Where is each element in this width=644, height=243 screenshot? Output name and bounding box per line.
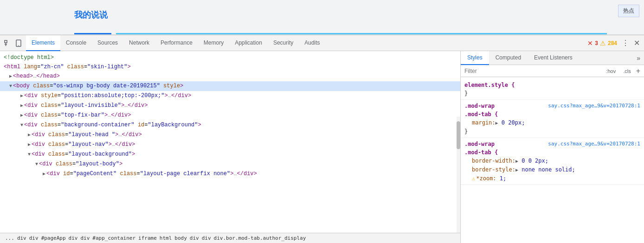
style-source-link[interactable]: say.css?max_age…9&v=20170728:1 xyxy=(548,102,640,110)
style-rule-modwrap1: .mod-wrap say.css?max_age…9&v=20170728:1… xyxy=(461,100,644,138)
dom-panel: <!doctype html> <html lang="zh-cn" class… xyxy=(0,51,461,243)
tab-computed[interactable]: Computed xyxy=(489,51,528,65)
style-prop-border-style: border-style:▶ none none solid; xyxy=(464,165,640,174)
tab-application[interactable]: Application xyxy=(229,35,268,51)
dom-line-doctype[interactable]: <!doctype html> xyxy=(0,53,460,62)
breadcrumb-item[interactable]: div xyxy=(200,235,213,241)
breadcrumb-item[interactable]: #app_container xyxy=(91,235,137,241)
styles-tabs-bar: Styles Computed Event Listeners » xyxy=(461,51,644,65)
dom-line-head[interactable]: ▶<head>…</head> xyxy=(0,72,460,81)
error-badge: ✕ 3 ⚠ 284 xyxy=(587,39,617,47)
dom-line-div2[interactable]: ▶<div class="layout-invisible">…</div> xyxy=(0,101,460,111)
warning-count: 284 xyxy=(608,40,617,46)
style-rule-modwrap2: .mod-wrap say.css?max_age…9&v=20170728:1… xyxy=(461,138,644,185)
tab-event-listeners[interactable]: Event Listeners xyxy=(528,51,579,65)
tab-network[interactable]: Network xyxy=(123,35,155,51)
style-closing: } xyxy=(464,127,640,136)
style-rule-header2: .mod-wrap say.css?max_age…9&v=20170728:1 xyxy=(464,140,640,148)
styles-content: element.style { } .mod-wrap say.css?max_… xyxy=(461,77,644,243)
dom-line-div9[interactable]: ▶<div id="pageContent" class="layout-pag… xyxy=(0,169,460,179)
style-selector2: .mod-tab { xyxy=(464,110,640,118)
breadcrumb-item[interactable]: #pageApp xyxy=(40,235,67,241)
dom-line-body[interactable]: ▼<body class="os-winxp bg-body date-2019… xyxy=(0,81,460,91)
dom-line-html[interactable]: <html lang="zh-cn" class="skin-light"> xyxy=(0,62,460,72)
breadcrumb-item[interactable]: html xyxy=(158,235,174,241)
blue-bar xyxy=(116,33,607,34)
dom-tree[interactable]: <!doctype html> <html lang="zh-cn" class… xyxy=(0,51,460,233)
dom-line-div8[interactable]: ▼<div class="layout-body"> xyxy=(0,159,460,169)
styles-panel: Styles Computed Event Listeners » :hov .… xyxy=(461,51,644,243)
styles-filter-input[interactable] xyxy=(464,68,601,74)
title-underline xyxy=(74,33,111,34)
breadcrumb: ... div div #pageApp div div #app_contai… xyxy=(0,233,460,243)
breadcrumb-item[interactable]: div xyxy=(16,235,28,241)
tab-console[interactable]: Console xyxy=(60,35,92,51)
breadcrumb-item[interactable]: div xyxy=(67,235,79,241)
devtools-tabs-bar: Elements Console Sources Network Perform… xyxy=(0,35,644,51)
tab-audits[interactable]: Audits xyxy=(299,35,325,51)
breadcrumb-item[interactable]: div xyxy=(28,235,40,241)
svg-point-4 xyxy=(18,45,19,46)
browser-top: 我的说说 热点 xyxy=(0,0,644,35)
device-toggle-icon[interactable] xyxy=(13,38,24,49)
dom-line-div7[interactable]: ▼<div class="layout-background"> xyxy=(0,150,460,159)
dom-line-div1[interactable]: ▶<div style="position:absolute;top:-200p… xyxy=(0,91,460,101)
style-prop-zoom: ⚠*zoom: 1; xyxy=(464,174,640,183)
add-style-button[interactable]: + xyxy=(636,67,640,75)
breadcrumb-item[interactable]: div xyxy=(79,235,91,241)
style-selector3: .mod-tab { xyxy=(464,148,640,157)
devtools-main-area: <!doctype html> <html lang="zh-cn" class… xyxy=(0,51,644,243)
inspect-element-icon[interactable] xyxy=(2,38,13,49)
style-rule-element: element.style { } xyxy=(461,79,644,100)
style-prop-margin: margin:▶ 0 20px; xyxy=(464,118,640,127)
error-icon: ✕ xyxy=(587,39,593,47)
hotspot-button[interactable]: 热点 xyxy=(618,5,639,17)
breadcrumb-item[interactable]: body xyxy=(173,235,188,241)
style-source-link2[interactable]: say.css?max_age…9&v=20170728:1 xyxy=(548,140,640,148)
tab-styles[interactable]: Styles xyxy=(461,51,489,65)
class-filter[interactable]: .cls xyxy=(621,67,633,75)
close-devtools-button[interactable]: ✕ xyxy=(631,38,642,49)
dom-line-div6[interactable]: ▶<div class="layout-nav">…</div> xyxy=(0,140,460,150)
style-prop-border-width: border-width:▶ 0 0 2px; xyxy=(464,157,640,165)
tab-elements[interactable]: Elements xyxy=(26,35,60,51)
tab-memory[interactable]: Memory xyxy=(198,35,229,51)
style-rule-header: .mod-wrap say.css?max_age…9&v=20170728:1 xyxy=(464,102,640,110)
error-count: 3 xyxy=(595,40,598,46)
devtools-panel: Elements Console Sources Network Perform… xyxy=(0,35,644,243)
style-selector: element.style { xyxy=(464,81,640,89)
page-title: 我的说说 xyxy=(74,9,108,20)
tab-performance[interactable]: Performance xyxy=(155,35,198,51)
breadcrumb-item[interactable]: iframe xyxy=(137,235,158,241)
tab-icons xyxy=(2,38,24,49)
dom-line-div3[interactable]: ▶<div class="top-fix-bar">…</div> xyxy=(0,111,460,120)
dom-line-div4[interactable]: ▼<div class="background-container" id="l… xyxy=(0,120,460,130)
styles-filter-bar: :hov .cls + xyxy=(461,65,644,77)
warning-triangle-icon: ⚠ xyxy=(472,175,475,182)
breadcrumb-item[interactable]: div.bor.mod-tab.author_display xyxy=(213,235,308,241)
tab-security[interactable]: Security xyxy=(268,35,299,51)
styles-more-tabs-button[interactable]: » xyxy=(637,54,640,62)
pseudo-class-filter[interactable]: :hov xyxy=(604,67,618,75)
breadcrumb-item[interactable]: ... xyxy=(4,235,16,241)
dom-line-div5[interactable]: ▶<div class="layout-head ">…</div> xyxy=(0,130,460,140)
style-closing: } xyxy=(464,89,640,98)
breadcrumb-item[interactable]: div xyxy=(188,235,200,241)
more-options-button[interactable]: ⋮ xyxy=(620,38,631,49)
warning-icon: ⚠ xyxy=(600,39,606,47)
tab-sources[interactable]: Sources xyxy=(92,35,123,51)
svg-rect-0 xyxy=(5,40,7,43)
